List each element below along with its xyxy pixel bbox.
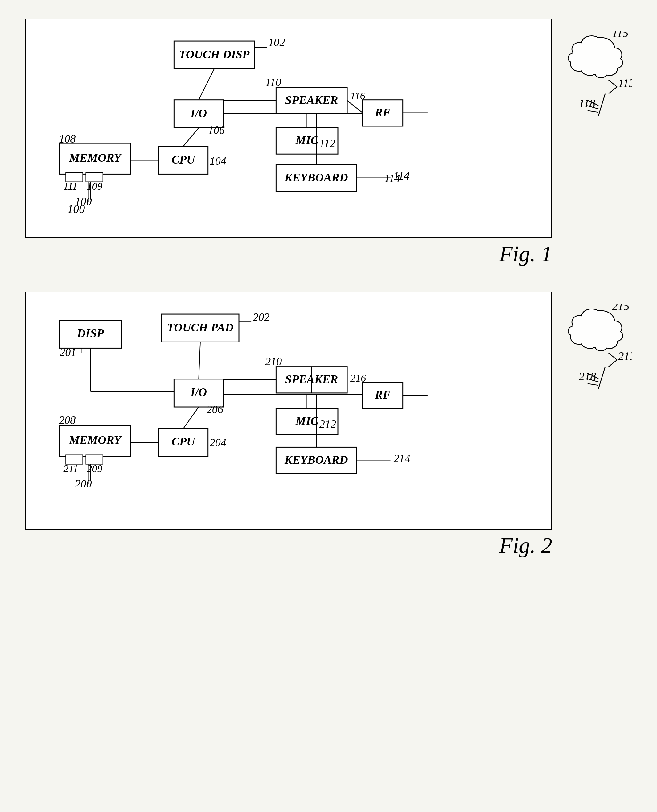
ref-104: 104 <box>210 155 226 167</box>
memory-label: MEMORY <box>69 151 122 164</box>
fig2-label: Fig. 2 <box>499 533 552 558</box>
svg-line-13 <box>199 69 214 100</box>
memory2-label: MEMORY <box>69 433 122 447</box>
fig2-svg: DISP 201 TOUCH PAD 202 I/O 206 <box>41 305 536 515</box>
ref-213: 213 <box>618 350 632 362</box>
page: TOUCH DISP 102 I/O 106 CPU 104 <box>25 19 632 558</box>
svg-line-34 <box>609 80 617 87</box>
fig2-caption: Fig. 2 <box>25 533 552 558</box>
ref-113: 113 <box>618 77 632 89</box>
svg-line-27 <box>347 101 363 113</box>
speaker-label: SPEAKER <box>285 94 338 106</box>
ref-114-arrow: 114 <box>394 170 409 182</box>
keyboard2-label: KEYBOARD <box>284 453 348 466</box>
ref-216: 216 <box>350 372 366 384</box>
ref-112: 112 <box>319 137 335 150</box>
ref-214: 214 <box>394 452 410 465</box>
cpu2-label: CPU <box>171 435 196 448</box>
ref-208: 208 <box>59 414 76 426</box>
svg-line-39 <box>588 111 598 112</box>
touchpad-label: TOUCH PAD <box>167 321 234 334</box>
ref-118: 118 <box>579 97 595 110</box>
fig1-diagram-box: TOUCH DISP 102 I/O 106 CPU 104 <box>25 19 552 238</box>
disp-label: DISP <box>77 327 104 340</box>
ref-210: 210 <box>265 355 282 368</box>
fig2-cloud-svg: 215 213 218 <box>565 304 632 399</box>
touch-disp-label: TOUCH DISP <box>179 48 250 61</box>
rf2-label: RF <box>375 388 391 401</box>
ref-108: 108 <box>59 133 76 145</box>
ref-115: 115 <box>612 31 628 39</box>
svg-line-58 <box>199 342 201 379</box>
fig1-svg: TOUCH DISP 102 I/O 106 CPU 104 <box>41 32 536 224</box>
io-label: I/O <box>190 107 207 120</box>
io2-label: I/O <box>190 386 207 398</box>
fig2-diagram-box: DISP 201 TOUCH PAD 202 I/O 206 <box>25 292 552 530</box>
svg-line-36 <box>598 94 605 116</box>
ref-201: 201 <box>59 346 76 358</box>
ref-202: 202 <box>253 311 269 323</box>
ref-204: 204 <box>210 437 226 449</box>
keyboard-label: KEYBOARD <box>284 171 348 184</box>
ref-206: 206 <box>207 403 223 415</box>
ref-218: 218 <box>579 370 596 383</box>
fig1-cloud-area: 115 113 118 <box>565 31 632 126</box>
svg-line-59 <box>183 407 199 428</box>
ref-211: 211 <box>63 463 78 474</box>
svg-line-75 <box>588 384 598 385</box>
figure2-container: DISP 201 TOUCH PAD 202 I/O 206 <box>25 292 632 558</box>
ref-106: 106 <box>208 124 225 136</box>
ref-215: 215 <box>612 304 629 312</box>
ref-111: 111 <box>63 181 77 192</box>
fig1-label: Fig. 1 <box>499 241 552 267</box>
ref-100-text: 100 <box>67 202 85 215</box>
fig1-caption: Fig. 1 <box>25 241 552 267</box>
svg-line-71 <box>609 360 617 367</box>
ref-110: 110 <box>265 76 281 89</box>
svg-line-35 <box>609 87 617 94</box>
ref-116: 116 <box>350 90 365 102</box>
svg-line-70 <box>609 353 617 360</box>
fig1-cloud-svg: 115 113 118 <box>565 31 632 126</box>
cpu-label: CPU <box>171 153 196 166</box>
svg-line-14 <box>183 128 199 146</box>
fig2-cloud-area: 215 213 218 <box>565 304 632 399</box>
mic-label: MIC <box>295 134 319 147</box>
figure1-container: TOUCH DISP 102 I/O 106 CPU 104 <box>25 19 632 267</box>
ref-102: 102 <box>268 36 285 48</box>
svg-line-72 <box>598 367 605 389</box>
ref-212: 212 <box>319 418 336 430</box>
rf-label: RF <box>375 106 391 119</box>
mic2-label: MIC <box>295 414 319 427</box>
